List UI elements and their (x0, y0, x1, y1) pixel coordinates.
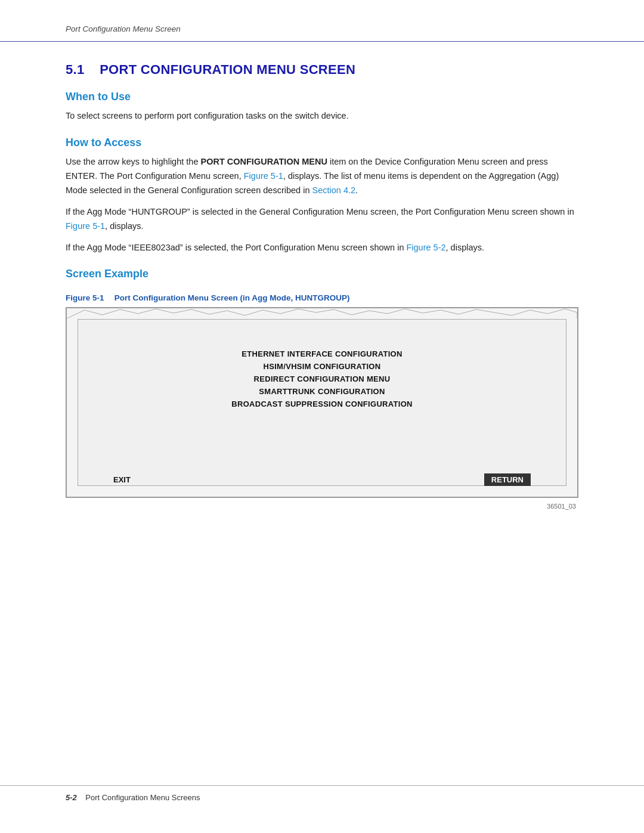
section-title: PORT CONFIGURATION MENU SCREEN (100, 62, 355, 77)
when-to-use-heading: When to Use (66, 91, 578, 103)
how-to-access-para2: If the Agg Mode “HUNTGROUP” is selected … (66, 205, 578, 234)
screen-inner: ETHERNET INTERFACE CONFIGURATIONHSIM/VHS… (78, 319, 566, 486)
header-title: Port Configuration Menu Screen (66, 24, 181, 33)
para2-start: If the Agg Mode “HUNTGROUP” is selected … (66, 207, 574, 216)
how-to-access-para1: Use the arrow keys to highlight the PORT… (66, 155, 578, 198)
figure5-2-link[interactable]: Figure 5-2 (406, 243, 445, 252)
exit-label: EXIT (113, 475, 131, 484)
screen-bottom-bar: EXIT RETURN (78, 473, 566, 486)
screen-example-heading: Screen Example (66, 268, 578, 280)
figure-number: 36501_03 (66, 503, 578, 510)
how-to-access-para3: If the Agg Mode “IEEE8023ad” is selected… (66, 241, 578, 255)
return-button[interactable]: RETURN (484, 473, 531, 486)
para3-start: If the Agg Mode “IEEE8023ad” is selected… (66, 243, 406, 252)
section-number: 5.1 (66, 62, 84, 77)
figure-caption: Figure 5-1 Port Configuration Menu Scree… (66, 293, 578, 302)
para1-bold: PORT CONFIGURATION MENU (200, 157, 327, 166)
menu-item: BROADCAST SUPPRESSION CONFIGURATION (231, 400, 413, 408)
para1-start: Use the arrow keys to highlight the (66, 157, 200, 166)
menu-item: REDIRECT CONFIGURATION MENU (254, 374, 391, 383)
menu-item: HSIM/VHSIM CONFIGURATION (264, 362, 381, 371)
para2-end: , displays. (105, 221, 143, 231)
torn-top-decoration (67, 308, 577, 318)
para1-close: . (355, 185, 358, 195)
menu-items-list: ETHERNET INTERFACE CONFIGURATIONHSIM/VHS… (231, 349, 413, 408)
footer-spacer (77, 793, 85, 802)
when-to-use-body: To select screens to perform port config… (66, 109, 578, 123)
page-container: Port Configuration Menu Screen 5.1 PORT … (0, 0, 644, 833)
page-footer: 5-2 Port Configuration Menu Screens (0, 785, 644, 809)
menu-item: ETHERNET INTERFACE CONFIGURATION (242, 349, 402, 358)
how-to-access-heading: How to Access (66, 137, 578, 149)
section-heading: 5.1 PORT CONFIGURATION MENU SCREEN (66, 62, 578, 78)
footer-section-title: Port Configuration Menu Screens (85, 793, 200, 802)
menu-item: SMARTTRUNK CONFIGURATION (259, 387, 385, 396)
figure5-1-link-1[interactable]: Figure 5-1 (244, 171, 283, 181)
screen-box: ETHERNET INTERFACE CONFIGURATIONHSIM/VHS… (66, 307, 578, 498)
figure5-1-link-2[interactable]: Figure 5-1 (66, 221, 105, 231)
para3-end: , displays. (446, 243, 484, 252)
section4-2-link[interactable]: Section 4.2 (312, 185, 356, 195)
main-content: 5.1 PORT CONFIGURATION MENU SCREEN When … (0, 42, 644, 534)
footer-section-number: 5-2 (66, 793, 77, 802)
page-header: Port Configuration Menu Screen (0, 0, 644, 42)
